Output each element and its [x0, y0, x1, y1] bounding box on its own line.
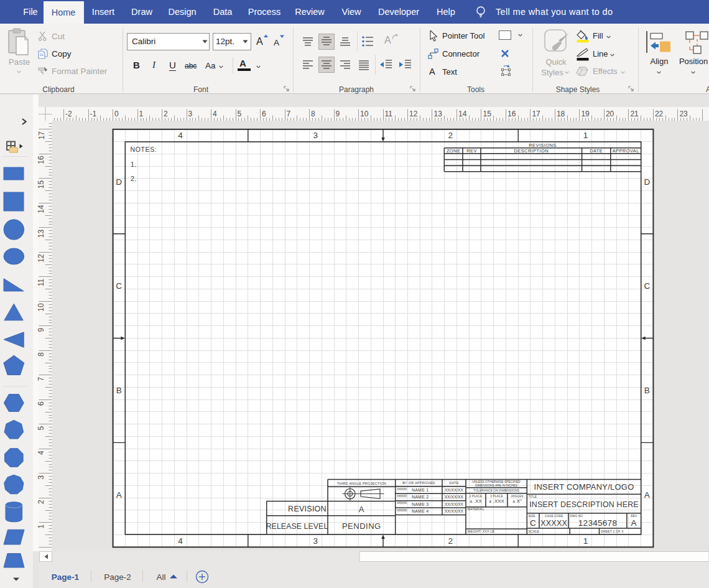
svg-text:CAGE CODE: CAGE CODE	[545, 515, 563, 518]
svg-text:14: 14	[458, 110, 467, 118]
svg-text:3 PLACE: 3 PLACE	[490, 495, 503, 498]
svg-text:10: 10	[37, 303, 46, 312]
svg-text:MATERIAL:: MATERIAL:	[468, 507, 485, 511]
svg-text:13: 13	[434, 110, 443, 118]
svg-text:TOLERANCE ON DIMENSIONS: TOLERANCE ON DIMENSIONS	[473, 488, 519, 492]
svg-text:APPROVAL: APPROVAL	[613, 148, 639, 154]
svg-text:14: 14	[37, 205, 46, 213]
svg-text:SHEET 1 OF X: SHEET 1 OF X	[601, 530, 624, 533]
svg-text:2.: 2.	[131, 175, 137, 182]
svg-text:± .XX: ± .XX	[470, 498, 482, 504]
svg-text:22: 22	[655, 110, 664, 118]
svg-text:4: 4	[37, 450, 46, 455]
svg-text:8: 8	[311, 110, 315, 118]
svg-text:XXXXXX: XXXXXX	[397, 488, 407, 491]
svg-text:NAME 3: NAME 3	[412, 502, 429, 506]
svg-text:C: C	[116, 281, 122, 291]
svg-text:1: 1	[139, 110, 144, 118]
svg-text:20: 20	[606, 110, 614, 118]
svg-text:23: 23	[679, 110, 688, 118]
svg-text:PENDING: PENDING	[342, 521, 381, 531]
svg-text:SCALE:: SCALE:	[529, 530, 540, 533]
svg-text:3: 3	[313, 131, 318, 140]
svg-text:16: 16	[507, 110, 516, 118]
svg-text:BY OR APPROVED: BY OR APPROVED	[402, 481, 435, 485]
svg-text:All: All	[156, 572, 165, 582]
svg-text:REV: REV	[631, 515, 637, 518]
svg-text:UNLESS OTHERWISE SPECIFIED: UNLESS OTHERWISE SPECIFIED	[472, 480, 521, 483]
svg-text:XX/XX/XX: XX/XX/XX	[445, 509, 464, 513]
svg-text:6: 6	[37, 401, 46, 406]
svg-text:9: 9	[336, 110, 340, 118]
svg-text:10: 10	[360, 110, 369, 118]
svg-text:INSERT COMPANY/LOGO: INSERT COMPANY/LOGO	[534, 482, 634, 492]
svg-text:0: 0	[114, 110, 119, 118]
svg-text:DATE: DATE	[590, 148, 603, 154]
svg-text:INSERT DESCRIPTION HERE: INSERT DESCRIPTION HERE	[529, 500, 639, 509]
svg-text:2 PLACE: 2 PLACE	[470, 495, 482, 498]
svg-text:4: 4	[178, 131, 183, 140]
svg-text:ANGLES: ANGLES	[511, 495, 524, 498]
svg-text:4: 4	[213, 110, 217, 118]
svg-text:18: 18	[557, 110, 565, 118]
svg-text:3: 3	[37, 475, 46, 479]
svg-text:2: 2	[448, 536, 453, 546]
svg-text:3: 3	[188, 110, 193, 118]
svg-text:8: 8	[37, 352, 46, 357]
svg-text:TITLE: TITLE	[529, 495, 537, 498]
svg-text:3: 3	[313, 536, 318, 546]
svg-text:11: 11	[385, 110, 393, 118]
svg-text:21: 21	[630, 110, 639, 118]
svg-text:REV: REV	[466, 148, 477, 154]
svg-text:A: A	[116, 490, 123, 500]
svg-text:1: 1	[37, 524, 46, 528]
svg-text:4: 4	[178, 536, 183, 546]
svg-text:± X°: ± X°	[512, 498, 522, 504]
svg-text:11: 11	[37, 279, 46, 287]
svg-text:5: 5	[37, 426, 46, 430]
svg-text:DIMENSIONS ARE IN INCHES: DIMENSIONS ARE IN INCHES	[475, 484, 518, 487]
svg-text:12345678: 12345678	[578, 518, 617, 528]
svg-text:DESCRIPTION: DESCRIPTION	[514, 148, 549, 154]
svg-text:XX/XX/XX: XX/XX/XX	[445, 502, 464, 506]
svg-text:C: C	[644, 281, 650, 291]
svg-text:7: 7	[287, 110, 291, 118]
svg-text:REVISIONS: REVISIONS	[529, 142, 556, 148]
svg-text:± .XXX: ± .XXX	[489, 498, 505, 504]
svg-text:5: 5	[238, 110, 242, 118]
svg-text:NAME 4: NAME 4	[412, 509, 429, 513]
svg-text:17: 17	[37, 131, 46, 140]
svg-text:XXXXXX: XXXXXX	[397, 509, 407, 512]
svg-text:A: A	[359, 505, 364, 514]
svg-text:1.: 1.	[131, 161, 137, 168]
svg-text:2: 2	[164, 110, 168, 118]
svg-text:DATE: DATE	[449, 481, 458, 485]
svg-text:13: 13	[37, 230, 46, 238]
svg-text:12: 12	[37, 254, 46, 263]
svg-text:2: 2	[37, 500, 46, 504]
svg-text:THIRD ANGLE PROJECTION: THIRD ANGLE PROJECTION	[337, 482, 386, 485]
svg-text:XX/XX/XX: XX/XX/XX	[445, 488, 464, 492]
svg-text:-1: -1	[90, 110, 97, 118]
svg-text:D: D	[644, 177, 650, 187]
svg-text:WEIGHT: XXX LB.: WEIGHT: XXX LB.	[468, 530, 496, 533]
svg-text:ZONE: ZONE	[447, 148, 460, 154]
svg-text:XXXXX: XXXXX	[540, 519, 567, 528]
svg-text:7: 7	[37, 377, 46, 381]
svg-text:2: 2	[448, 131, 453, 140]
svg-text:Page-1: Page-1	[52, 572, 80, 582]
svg-text:A: A	[631, 518, 637, 528]
svg-text:DWG NO: DWG NO	[570, 515, 583, 518]
svg-text:15: 15	[483, 110, 492, 118]
svg-text:RELEASE LEVEL: RELEASE LEVEL	[266, 522, 328, 531]
svg-text:NAME 1: NAME 1	[412, 488, 429, 492]
svg-text:XXXXXX: XXXXXX	[397, 502, 407, 505]
svg-text:XX/XX/XX: XX/XX/XX	[445, 495, 464, 499]
svg-text:B: B	[116, 386, 123, 395]
svg-text:12: 12	[409, 110, 418, 118]
svg-text:15: 15	[37, 180, 46, 189]
svg-text:19: 19	[581, 110, 590, 118]
svg-text:1: 1	[583, 536, 588, 546]
svg-text:Page-2: Page-2	[104, 572, 131, 582]
svg-text:B: B	[644, 386, 651, 395]
